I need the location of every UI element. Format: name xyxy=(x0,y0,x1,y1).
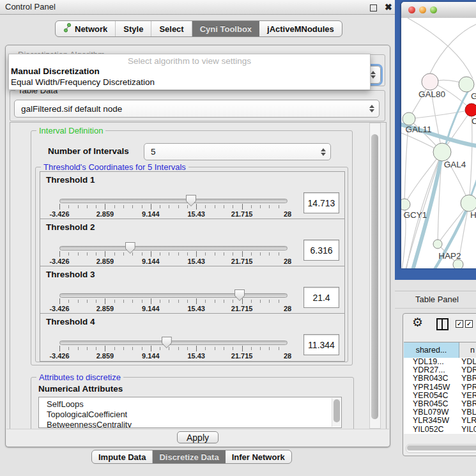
node-gal80[interactable] xyxy=(422,73,438,90)
network-window[interactable]: GAL80 GAL11 GAL4 GCY1 HAP2 H G C xyxy=(401,2,476,268)
tab-cyni-toolbox[interactable]: Cyni Toolbox xyxy=(192,21,259,36)
tab-network-label: Network xyxy=(75,24,107,34)
tick-label: -3.426 xyxy=(49,352,69,360)
node-bottom[interactable] xyxy=(453,259,463,268)
list-scrollbar-thumb[interactable] xyxy=(334,399,340,422)
cell-name[interactable]: YPR1 xyxy=(461,383,476,392)
table-hscrollbar[interactable] xyxy=(406,444,476,453)
threshold-slider[interactable]: -3.4262.8599.14415.4321.71528 xyxy=(59,242,288,265)
node-h[interactable] xyxy=(461,195,476,211)
cell-name[interactable]: YBR0 xyxy=(461,374,476,383)
threshold-value-field[interactable]: 14.713 xyxy=(303,192,339,213)
tab-discretize-data[interactable]: Discretize Data xyxy=(153,450,225,463)
threshold-value-field[interactable]: 11.344 xyxy=(303,334,339,355)
tick-label: 2.859 xyxy=(96,305,114,312)
table-row[interactable]: YPR145WYPR1 xyxy=(404,383,476,392)
interval-definition-label: Interval Definition xyxy=(36,126,105,135)
close-traffic-light-icon[interactable] xyxy=(408,6,415,13)
attribute-list-item[interactable]: BetweennessCentrality xyxy=(39,420,341,428)
cell-name[interactable]: YDL1 xyxy=(461,358,476,366)
numerical-attributes-list[interactable]: SelfLoopsTopologicalCoefficientBetweenne… xyxy=(38,397,342,428)
node-gal4[interactable] xyxy=(433,143,451,161)
tab-jactivemnodules[interactable]: jActiveMNodules xyxy=(259,21,342,36)
tab-infer-network[interactable]: Infer Network xyxy=(226,450,291,463)
minimize-traffic-light-icon[interactable] xyxy=(419,6,426,13)
threshold-value-field[interactable]: 6.316 xyxy=(303,240,339,261)
table-row[interactable]: YIL052CYIL0 xyxy=(404,426,476,434)
node-gal11[interactable] xyxy=(403,112,415,125)
cell-shared-name[interactable]: YBR043C xyxy=(404,374,461,383)
threshold-slider[interactable]: -3.4262.8599.14415.4321.71528 xyxy=(59,289,288,312)
node-hap2[interactable] xyxy=(433,240,442,249)
node-red-selected[interactable] xyxy=(465,104,476,116)
cell-shared-name[interactable]: YIL052C xyxy=(404,426,461,434)
tick-label: -3.426 xyxy=(49,305,69,312)
table-row[interactable]: YBR043CYBR0 xyxy=(404,374,476,383)
settings-scrollbar[interactable] xyxy=(369,123,381,429)
cell-shared-name[interactable]: YPR145W xyxy=(404,383,461,392)
threshold-title: Threshold 2 xyxy=(46,222,95,232)
cell-shared-name[interactable]: YBL079W xyxy=(404,408,461,417)
tick-label: 28 xyxy=(284,352,291,360)
table-row[interactable]: YBL079WYBL0 xyxy=(404,408,476,417)
cell-shared-name[interactable]: YBR045C xyxy=(404,400,461,408)
cell-name[interactable]: YLR3 xyxy=(461,417,476,425)
list-scrollbar[interactable] xyxy=(332,398,341,427)
apply-button[interactable]: Apply xyxy=(177,431,219,443)
table-row[interactable]: YER054CYER0 xyxy=(404,392,476,400)
tab-style[interactable]: Style xyxy=(116,21,151,36)
tab-select-label: Select xyxy=(159,24,183,34)
cell-name[interactable]: YDR2 xyxy=(461,366,476,374)
node-top-right[interactable] xyxy=(459,77,474,92)
cell-name[interactable]: YIL0 xyxy=(461,426,476,434)
slider-tick-labels: -3.4262.8599.14415.4321.71528 xyxy=(59,352,288,360)
cell-shared-name[interactable]: YER054C xyxy=(404,392,461,400)
table-row[interactable]: YDL19...YDL1 xyxy=(404,358,476,366)
threshold-slider[interactable]: -3.4262.8599.14415.4321.71528 xyxy=(59,337,288,360)
zoom-traffic-light-icon[interactable] xyxy=(430,6,437,13)
split-columns-icon[interactable] xyxy=(436,318,449,330)
tick-label: -3.426 xyxy=(49,210,69,218)
cell-shared-name[interactable]: YDL19... xyxy=(404,358,461,366)
table-hscrollbar-thumb[interactable] xyxy=(407,445,476,450)
gear-icon[interactable]: ⚙ xyxy=(412,315,423,329)
cell-name[interactable]: YER0 xyxy=(461,392,476,400)
popup-item-equal-width[interactable]: Equal Width/Frequency Discretization xyxy=(11,77,368,87)
checked-box-icon[interactable]: ✓ xyxy=(456,320,463,328)
table-row[interactable]: YDR27...YDR2 xyxy=(404,366,476,374)
table-data-combo[interactable]: galFiltered.sif default node xyxy=(14,100,380,118)
popup-item-manual[interactable]: Manual Discretization xyxy=(11,66,368,76)
close-icon[interactable]: ✖ xyxy=(385,1,392,13)
attribute-list-item[interactable]: SelfLoops xyxy=(39,399,341,410)
number-of-intervals-combo[interactable]: 5 xyxy=(144,143,331,160)
slider-track[interactable] xyxy=(59,293,288,298)
slider-track[interactable] xyxy=(59,341,288,345)
threshold-value-field[interactable]: 21.4 xyxy=(303,287,339,308)
slider-track[interactable] xyxy=(59,199,288,203)
checked-box-icon[interactable]: ✓ xyxy=(465,320,473,328)
network-window-titlebar[interactable] xyxy=(401,2,476,19)
tab-impute-data[interactable]: Impute Data xyxy=(92,450,153,463)
cell-name[interactable]: YBL0 xyxy=(461,408,476,417)
tab-select[interactable]: Select xyxy=(151,21,192,36)
slider-tick-labels: -3.4262.8599.14415.4321.71528 xyxy=(59,257,288,265)
float-window-icon[interactable] xyxy=(370,4,377,12)
column-header-name[interactable]: n xyxy=(459,342,476,358)
cell-name[interactable]: YBR0 xyxy=(461,400,476,408)
table-body[interactable]: YDL19...YDL1YDR27...YDR2YBR043CYBR0YPR14… xyxy=(404,358,476,434)
column-header-shared-name[interactable]: shared... xyxy=(404,342,459,358)
node-gcy1[interactable] xyxy=(401,199,410,210)
network-canvas[interactable]: GAL80 GAL11 GAL4 GCY1 HAP2 H G C xyxy=(401,18,476,268)
cell-shared-name[interactable]: YLR345W xyxy=(404,417,461,425)
slider-track[interactable] xyxy=(59,246,288,250)
apply-row: Apply xyxy=(6,429,389,446)
settings-scrollbar-thumb[interactable] xyxy=(371,134,378,419)
table-row[interactable]: YLR345WYLR3 xyxy=(404,417,476,425)
threshold-slider[interactable]: -3.4262.8599.14415.4321.71528 xyxy=(59,195,288,218)
attribute-list-item[interactable]: TopologicalCoefficient xyxy=(39,410,341,420)
table-row[interactable]: YBR045CYBR0 xyxy=(404,400,476,408)
tab-network[interactable]: Network xyxy=(56,21,116,36)
combo-arrows-icon xyxy=(321,148,326,156)
cell-shared-name[interactable]: YDR27... xyxy=(404,366,461,374)
cyni-toolbox-panel: Discretization Algorithm Table Data galF… xyxy=(5,45,390,447)
